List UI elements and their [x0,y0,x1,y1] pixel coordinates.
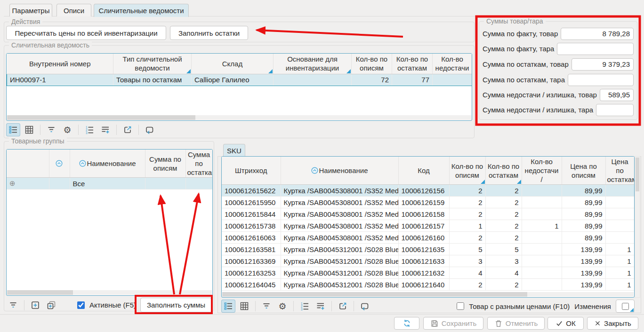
table-row[interactable]: 1000612616063Куртка /SAB0045308001 /S352… [222,232,634,244]
column-header-qty-by-lists[interactable]: Кол-во по описям [449,157,485,185]
filter-icon[interactable] [44,123,58,136]
open-in-new-window-icon[interactable] [121,123,135,136]
actions-group: Действия Пересчитать цены по всей инвент… [4,22,475,42]
column-header-warehouse[interactable]: Склад [192,54,274,74]
sum-remainders-tare-input[interactable] [568,74,634,86]
group-title: Сличительная ведомость [9,41,92,49]
changes-field[interactable] [616,300,635,313]
fill-sums-button[interactable]: Заполнить суммы [140,298,212,312]
column-header-price-by-remainders[interactable]: Цена по остаткам [605,157,634,185]
table-cell: 1000612615950 [222,197,281,208]
settings-gear-icon[interactable]: ⚙ [60,123,74,136]
table-view-icon[interactable] [22,123,36,136]
sum-shortage-goods-label: Сумма недостачи / излишка, товар [483,91,597,99]
scrollbar-thumb[interactable] [7,115,195,120]
sort-ascending-icon[interactable] [79,160,86,167]
sum-remainders-goods-label: Сумма по остаткам, товар [483,60,569,68]
sort-ascending-icon[interactable] [56,160,63,167]
expand-all-icon[interactable] [44,299,58,312]
scrollbar-thumb[interactable] [222,292,527,297]
column-header-price-by-lists[interactable]: Цена по описям [562,157,605,185]
sum-fact-goods-input[interactable] [561,28,634,40]
diff-price-checkbox[interactable] [457,302,464,310]
table-row[interactable]: ⊕Все [7,178,212,190]
sum-fact-tare-input[interactable] [557,43,634,55]
toolbar-separator [293,301,294,311]
column-header-statement-type[interactable]: Тип сличительной ведомости [113,54,192,74]
settings-gear-icon[interactable]: ⚙ [275,300,290,313]
column-header-code[interactable]: Код [398,157,449,185]
table-row[interactable]: 1000612615738Куртка /SAB0045308001 /S352… [222,220,634,232]
sort-ascending-icon[interactable] [311,167,318,174]
column-header-expand[interactable] [7,150,49,178]
column-header-barcode[interactable]: Штрихкод [222,157,281,185]
table-header-row: Штрихкод Наименование Код Кол-во по опис… [222,157,634,185]
ok-button[interactable]: ОК [547,317,584,330]
table-cell: 139,99 [562,244,605,255]
table-cell [433,74,472,86]
table-row[interactable]: 1000612163369Куртка /SAB0045312001 /S028… [222,255,634,267]
sums-group: Суммы товар/тара Сумма по факту, товар С… [479,21,637,120]
table-cell: 2 [485,208,522,220]
table-row[interactable]: ИН00097-1Товары по остаткамCalliope Гали… [7,74,472,86]
scrollbar-thumb[interactable] [636,158,639,191]
add-to-list-icon[interactable] [314,300,328,313]
column-header-qty-shortage[interactable]: Кол-во недостачи / [522,157,562,185]
column-header-qty-shortage[interactable]: Кол-во недостачи [433,54,472,74]
sum-shortage-tare-input[interactable] [596,104,634,116]
list-view-icon[interactable] [6,123,20,136]
column-header-inventory-basis[interactable]: Основание для инвентаризации [274,54,352,74]
reload-icon[interactable] [143,123,157,136]
cancel-button[interactable]: Отменить [487,317,545,330]
column-header-sum-by-remainders[interactable]: Сумма по остаткам [185,150,212,178]
recalc-prices-button[interactable]: Пересчитать цены по всей инвентаризации [6,26,166,40]
tab-sku[interactable]: SKU [223,144,245,157]
fill-remainders-button[interactable]: Заполнить остатки [170,26,248,40]
horizontal-scrollbar[interactable] [222,292,634,297]
column-header-name[interactable]: Наименование [281,157,398,185]
table-row[interactable]: 1000612164045Куртка /SAB0045312001 /S028… [222,279,634,291]
column-header-sort[interactable] [49,150,70,178]
statement-table: Внутренний номер Тип сличительной ведомо… [6,53,472,121]
column-header-sum-by-lists[interactable]: Сумма по описям [145,150,185,178]
column-header-qty-by-remainders[interactable]: Кол-во по остаткам [485,157,522,185]
column-header-qty-by-remainders[interactable]: Кол-во по остаткам [392,54,433,74]
sku-table: Штрихкод Наименование Код Кол-во по опис… [221,156,635,298]
close-button[interactable]: Закрыть [587,317,638,330]
sum-remainders-goods-input[interactable] [572,58,634,71]
table-view-icon[interactable] [237,300,251,313]
table-cell [522,255,562,267]
toolbar-separator [24,300,24,310]
tab-parameters[interactable]: Параметры [9,4,52,16]
refresh-button[interactable] [394,317,419,330]
horizontal-scrollbar[interactable] [7,290,212,295]
open-in-new-window-icon[interactable] [336,300,350,313]
scrollbar-thumb[interactable] [7,290,73,295]
numbered-list-icon[interactable]: 123 [82,123,97,136]
active-f5-checkbox[interactable] [77,301,85,309]
table-row[interactable]: 1000612615844Куртка /SAB0045308001 /S352… [222,208,634,220]
expand-icon[interactable] [28,299,42,312]
table-row[interactable]: 1000612615950Куртка /SAB0045308001 /S352… [222,197,634,208]
check-icon [555,320,563,327]
tab-statements[interactable]: Сличительные ведомости [94,4,189,17]
column-header-qty-by-lists[interactable]: Кол-во по описям [352,54,392,74]
save-button[interactable]: Сохранить [423,317,483,330]
horizontal-scrollbar[interactable] [7,115,471,120]
vertical-scrollbar[interactable] [635,156,640,298]
reload-icon[interactable] [358,300,372,313]
column-header-internal-number[interactable]: Внутренний номер [7,54,113,74]
tab-opisi[interactable]: Описи [56,4,91,16]
filter-icon[interactable] [6,299,20,312]
table-row[interactable]: 1000612163581Куртка /SAB0045312001 /S028… [222,244,634,255]
table-row[interactable]: 1000612615622Куртка /SAB0045308001 /S352… [222,185,634,197]
sum-shortage-goods-input[interactable] [600,89,634,101]
filter-icon[interactable] [259,300,274,313]
table-row[interactable]: 1000612163253Куртка /SAB0045312001 /S028… [222,267,634,279]
add-to-list-icon[interactable] [98,123,113,136]
numbered-list-icon[interactable]: 123 [298,300,312,313]
list-view-icon[interactable] [221,300,235,313]
changes-label: Изменения [574,302,611,310]
column-header-name[interactable]: Наименование [70,150,145,178]
changes-checkbox[interactable] [622,303,629,310]
